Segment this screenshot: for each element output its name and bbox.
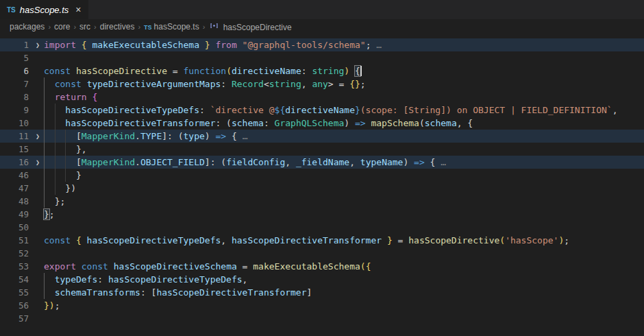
code-line[interactable]: 9 hasScopeDirectiveTypeDefs: `directive … bbox=[0, 104, 644, 117]
code-token: typeDefs bbox=[55, 274, 98, 285]
code-token: : bbox=[199, 105, 210, 115]
fold-column bbox=[32, 195, 44, 208]
indent-guide bbox=[44, 169, 45, 182]
code-line-content: const hasScopeDirective = function(direc… bbox=[44, 64, 644, 77]
breadcrumb-item-symbol[interactable]: hasScopeDirective bbox=[208, 21, 291, 32]
code-token: : ( bbox=[215, 118, 231, 128]
chevron-right-icon: › bbox=[72, 23, 77, 31]
code-token: const bbox=[82, 261, 114, 272]
breadcrumb: packages›core›src›directives›TShasScope.… bbox=[0, 19, 644, 34]
line-number: 6 bbox=[0, 64, 32, 77]
code-token: : bbox=[264, 118, 275, 128]
fold-column bbox=[32, 64, 44, 77]
code-line[interactable]: 16❯ [MapperKind.OBJECT_FIELD]: (fieldCon… bbox=[0, 156, 644, 169]
code-token: hasScopeDirectiveTypeDefs bbox=[108, 274, 243, 285]
code-token: const bbox=[44, 66, 76, 76]
code-token: : bbox=[221, 79, 232, 89]
text-cursor bbox=[360, 66, 362, 76]
indent-guide bbox=[44, 130, 45, 143]
code-token: hasScopeDirectiveTypeDefs bbox=[82, 235, 221, 245]
code-token: any bbox=[312, 79, 327, 89]
tab-hasscope[interactable]: TS hasScope.ts × bbox=[0, 0, 88, 19]
code-line[interactable]: 48 }; bbox=[0, 195, 644, 208]
code-token: ( bbox=[226, 66, 232, 76]
code-token: . bbox=[135, 157, 140, 167]
breadcrumb-item-directives[interactable]: directives bbox=[100, 22, 135, 32]
line-number: 9 bbox=[0, 104, 32, 117]
fold-chevron-icon[interactable]: ❯ bbox=[32, 38, 44, 51]
code-line[interactable]: 52 bbox=[0, 247, 644, 260]
line-number: 51 bbox=[0, 234, 32, 247]
code-token: export bbox=[44, 261, 82, 272]
close-tab-icon[interactable]: × bbox=[75, 5, 81, 14]
code-line[interactable]: 50 bbox=[0, 221, 644, 234]
indent-guide bbox=[65, 143, 66, 156]
indent-guide bbox=[65, 130, 66, 143]
fold-column bbox=[32, 260, 44, 273]
fold-column bbox=[32, 247, 44, 260]
code-token: import bbox=[44, 40, 82, 50]
code-line[interactable]: 47 }) bbox=[0, 182, 644, 195]
code-token: ) bbox=[344, 118, 355, 128]
code-token: ; bbox=[564, 235, 569, 245]
line-number: 7 bbox=[0, 77, 32, 91]
code-line[interactable]: 53export const hasScopeDirectiveSchema =… bbox=[0, 260, 644, 273]
code-line[interactable]: 1❯import { makeExecutableSchema } from "… bbox=[0, 38, 644, 51]
indent-guide bbox=[65, 169, 66, 182]
code-token: from bbox=[210, 40, 243, 50]
code-token: string bbox=[312, 66, 344, 76]
code-line-content: } bbox=[44, 169, 644, 182]
code-token: [ bbox=[44, 131, 82, 141]
fold-column bbox=[32, 77, 44, 91]
fold-chevron-icon[interactable]: ❯ bbox=[32, 130, 44, 143]
code-token: { bbox=[76, 235, 82, 245]
breadcrumb-item-file[interactable]: TShasScope.ts bbox=[144, 22, 199, 32]
typescript-file-icon: TS bbox=[144, 24, 152, 31]
code-token: = bbox=[237, 261, 253, 272]
code-line[interactable]: 15 }, bbox=[0, 143, 644, 156]
code-line[interactable]: 46 } bbox=[0, 169, 644, 182]
code-line[interactable]: 56}); bbox=[0, 299, 644, 312]
code-line[interactable]: 7 const typeDirectiveArgumentMaps: Recor… bbox=[0, 77, 644, 91]
code-token: } bbox=[355, 105, 360, 115]
code-line-content: return { bbox=[44, 91, 644, 104]
fold-column bbox=[32, 143, 44, 156]
code-line[interactable]: 11❯ [MapperKind.TYPE]: (type) => { … bbox=[0, 130, 644, 143]
code-line[interactable]: 8 return { bbox=[0, 91, 644, 104]
indent-guide bbox=[55, 130, 55, 143]
code-line[interactable]: 54 typeDefs: hasScopeDirectiveTypeDefs, bbox=[0, 273, 644, 286]
code-line[interactable]: 6const hasScopeDirective = function(dire… bbox=[0, 64, 644, 77]
code-token: , bbox=[612, 105, 618, 115]
code-line-content bbox=[44, 221, 644, 234]
indent-guide bbox=[55, 104, 55, 117]
indent-guide bbox=[55, 169, 55, 182]
code-line[interactable]: 51const { hasScopeDirectiveTypeDefs, has… bbox=[0, 234, 644, 247]
fold-chevron-icon[interactable]: ❯ bbox=[32, 156, 44, 169]
code-line[interactable]: 10 hasScopeDirectiveTransformer: (schema… bbox=[0, 117, 644, 130]
code-token: ; bbox=[360, 79, 366, 89]
tab-title: hasScope.ts bbox=[20, 5, 69, 15]
code-line[interactable]: 57 bbox=[0, 312, 644, 325]
code-token: makeExecutableSchema bbox=[253, 261, 360, 272]
line-number: 11 bbox=[0, 130, 32, 143]
breadcrumb-item-core[interactable]: core bbox=[54, 22, 70, 32]
breadcrumb-item-packages[interactable]: packages bbox=[10, 22, 45, 32]
code-line[interactable]: 5 bbox=[0, 51, 644, 64]
line-number: 50 bbox=[0, 221, 32, 234]
code-token: "@graphql-tools/schema" bbox=[243, 40, 366, 50]
fold-column bbox=[32, 208, 44, 221]
code-line-content: }); bbox=[44, 299, 644, 312]
indent-guide bbox=[55, 182, 55, 195]
code-token: }) bbox=[44, 183, 76, 193]
code-line[interactable]: 49}; bbox=[0, 208, 644, 221]
breadcrumb-item-src[interactable]: src bbox=[79, 22, 90, 32]
code-token: const bbox=[44, 235, 76, 245]
code-line[interactable]: 55 schemaTransforms: [hasScopeDirectiveT… bbox=[0, 286, 644, 299]
code-editor[interactable]: 1❯import { makeExecutableSchema } from "… bbox=[0, 34, 644, 336]
fold-column bbox=[32, 312, 44, 325]
code-token: = bbox=[393, 235, 408, 245]
code-token: : [ bbox=[140, 287, 156, 298]
code-token: , bbox=[221, 235, 232, 245]
code-token: mapSchema bbox=[371, 118, 419, 128]
code-token: … bbox=[243, 131, 248, 141]
